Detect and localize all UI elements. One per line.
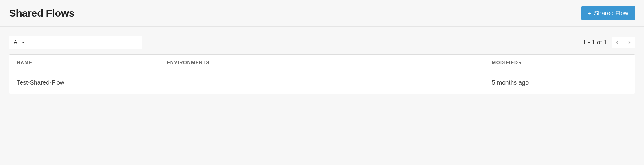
next-page-button[interactable] (623, 37, 635, 48)
column-label: ENVIRONMENTS (167, 60, 210, 65)
sort-desc-icon: ▼ (519, 61, 522, 65)
page-header: Shared Flows + Shared Flow (0, 0, 644, 27)
pagination: 1 - 1 of 1 (583, 37, 635, 48)
filter-dropdown[interactable]: All ▼ (9, 36, 29, 49)
search-input[interactable] (29, 36, 142, 49)
caret-down-icon: ▼ (22, 41, 25, 44)
create-shared-flow-button[interactable]: + Shared Flow (581, 6, 635, 20)
create-button-label: Shared Flow (594, 10, 628, 17)
prev-page-button[interactable] (612, 37, 623, 48)
column-header-name[interactable]: NAME (9, 55, 159, 71)
shared-flows-table: NAME ENVIRONMENTS MODIFIED▼ Test-Shared-… (9, 54, 635, 94)
table-header-row: NAME ENVIRONMENTS MODIFIED▼ (9, 55, 635, 71)
cell-name: Test-Shared-Flow (9, 71, 159, 94)
table-row[interactable]: Test-Shared-Flow 5 months ago (9, 71, 635, 94)
table-container: NAME ENVIRONMENTS MODIFIED▼ Test-Shared-… (0, 54, 644, 103)
pager-buttons (612, 37, 635, 48)
cell-environments (159, 71, 485, 94)
column-label: NAME (17, 60, 32, 65)
pagination-status: 1 - 1 of 1 (583, 39, 607, 46)
cell-modified: 5 months ago (485, 71, 635, 94)
chevron-left-icon (616, 40, 619, 45)
filter-group: All ▼ (9, 36, 142, 49)
page-title: Shared Flows (9, 7, 74, 19)
filter-selected-label: All (14, 39, 20, 45)
column-header-environments[interactable]: ENVIRONMENTS (159, 55, 485, 71)
column-label: MODIFIED (492, 60, 518, 65)
plus-icon: + (588, 10, 592, 16)
chevron-right-icon (628, 40, 631, 45)
column-header-modified[interactable]: MODIFIED▼ (485, 55, 635, 71)
toolbar: All ▼ 1 - 1 of 1 (0, 27, 644, 54)
